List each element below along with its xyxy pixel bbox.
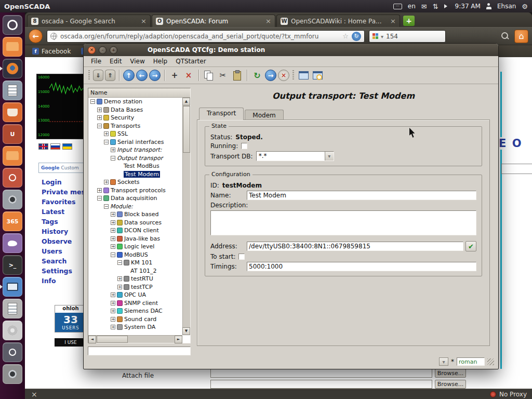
- tab-close-icon[interactable]: ×: [141, 17, 147, 25]
- dialog-title-bar[interactable]: ✕ – + OpenSCADA QTCfg: Demo station: [84, 44, 498, 56]
- tree-item-test-modbus[interactable]: Test ModBus: [88, 162, 182, 170]
- resize-grip[interactable]: [487, 358, 494, 365]
- collapse-icon[interactable]: −: [104, 140, 109, 144]
- menu-file[interactable]: File: [87, 57, 105, 66]
- gear-icon[interactable]: ⚙: [522, 3, 528, 10]
- minimize-button[interactable]: –: [99, 46, 107, 54]
- toolbar-grip[interactable]: [292, 70, 294, 81]
- tree-item-logic-level[interactable]: +Logic level: [88, 243, 182, 251]
- proxy-status-icon[interactable]: [490, 391, 496, 397]
- expand-icon[interactable]: +: [111, 244, 115, 249]
- tree-item-block-based[interactable]: +Block based: [88, 210, 182, 219]
- url-bar[interactable]: oscada.org/en/forum/reply/adaption/opens…: [47, 30, 365, 43]
- tree-item-demo-station[interactable]: −Demo station: [88, 98, 182, 106]
- maximize-button[interactable]: +: [110, 46, 117, 54]
- refresh-icon[interactable]: ↻: [251, 69, 263, 82]
- dock-item-screenshot-tool[interactable]: [3, 190, 22, 209]
- keyboard-layout[interactable]: en: [408, 3, 416, 10]
- tree-item-input-transport[interactable]: +Input transport:: [88, 146, 182, 154]
- back-button[interactable]: ←: [29, 29, 43, 43]
- dock-item-firefox[interactable]: [3, 59, 22, 78]
- expand-icon[interactable]: +: [111, 228, 115, 233]
- description-textarea[interactable]: [210, 210, 476, 235]
- copy-item-icon[interactable]: [203, 69, 215, 82]
- expand-icon[interactable]: +: [104, 131, 109, 136]
- tree-item-dcon-client[interactable]: +DCON client: [88, 227, 182, 235]
- sidebar-link-info[interactable]: Info: [42, 276, 89, 286]
- scroll-up-icon[interactable]: ▲: [182, 98, 190, 105]
- dock-item-text-editor[interactable]: [3, 81, 22, 100]
- tab-transport[interactable]: Transport: [199, 108, 244, 120]
- sync-arrows-icon[interactable]: ⇅: [433, 3, 438, 10]
- dock-item-documents-folder[interactable]: [3, 146, 22, 166]
- delete-item-icon[interactable]: ×: [182, 69, 195, 82]
- footer-combo[interactable]: [439, 357, 448, 366]
- new-tab-button[interactable]: +: [403, 16, 415, 26]
- google-custom-search[interactable]: Google Custom: [38, 163, 87, 173]
- tree-filter-input[interactable]: [88, 347, 191, 355]
- sidebar-link-users[interactable]: Users: [42, 246, 89, 256]
- browse-button-1[interactable]: Browse...: [435, 369, 466, 378]
- qtcfg-window-icon[interactable]: [297, 69, 310, 82]
- tab-close-icon[interactable]: ×: [265, 17, 271, 25]
- transport-db-combo[interactable]: *.*: [256, 151, 334, 161]
- up-level-icon[interactable]: ↑: [123, 70, 135, 81]
- tree-item-sockets[interactable]: +Sockets: [88, 178, 182, 187]
- forward-icon[interactable]: →: [149, 70, 161, 81]
- sidebar-link-favorites[interactable]: Favorites: [42, 197, 89, 207]
- expand-icon[interactable]: +: [111, 292, 115, 297]
- addon-bar-close-icon[interactable]: ×: [31, 390, 37, 398]
- expand-icon[interactable]: +: [97, 115, 102, 120]
- sidebar-link-history[interactable]: History: [42, 227, 89, 236]
- collapse-icon[interactable]: −: [97, 196, 102, 201]
- user-name[interactable]: Ehsan: [497, 3, 516, 10]
- chevron-down-icon[interactable]: [381, 33, 383, 40]
- address-input[interactable]: [247, 242, 463, 251]
- collapse-icon[interactable]: −: [117, 260, 122, 265]
- expand-icon[interactable]: +: [111, 212, 115, 217]
- flag-uk-icon[interactable]: [38, 143, 48, 150]
- browse-button-2[interactable]: Browse...: [435, 380, 466, 389]
- scroll-left-icon[interactable]: ◄: [88, 336, 96, 343]
- attach-file-input-1[interactable]: [210, 369, 432, 378]
- dock-item-terminal[interactable]: >_: [3, 255, 22, 275]
- ohloh-badge[interactable]: ohloh 33 USERS: [55, 305, 87, 332]
- dock-item-openscada-qtcfg[interactable]: [3, 277, 22, 297]
- expand-icon[interactable]: +: [111, 220, 115, 225]
- collapse-icon[interactable]: −: [90, 99, 95, 104]
- sidebar-link-login[interactable]: Login: [42, 177, 89, 187]
- dock-item-webcam[interactable]: [3, 364, 22, 384]
- tree-item-sound-card[interactable]: +Sound card: [88, 315, 182, 324]
- vision-window-icon[interactable]: [311, 69, 324, 82]
- scroll-right-icon[interactable]: ►: [175, 336, 182, 343]
- tree-item-testtcp[interactable]: +testTCP: [88, 283, 182, 291]
- tree-item-output-transpor[interactable]: −Output transpor: [88, 154, 182, 163]
- tree-item-transport-protocols[interactable]: +Transport protocols: [88, 187, 182, 195]
- keyboard-icon[interactable]: ···: [393, 4, 402, 9]
- form-field-fragment[interactable]: [501, 164, 532, 174]
- collapse-icon[interactable]: −: [97, 124, 102, 128]
- expand-icon[interactable]: +: [111, 301, 115, 305]
- apply-check-button[interactable]: ✔: [466, 241, 476, 251]
- tree-item-system-da[interactable]: +System DA: [88, 323, 182, 331]
- menu-qtstarter[interactable]: QTStarter: [171, 57, 210, 66]
- dock-item-dark-circle-app[interactable]: [3, 342, 22, 362]
- tree-item-java-like-bas[interactable]: +Java-like bas: [88, 235, 182, 243]
- attach-file-input-2[interactable]: [210, 380, 432, 389]
- search-icon[interactable]: [500, 31, 510, 42]
- scroll-down-icon[interactable]: ▼: [182, 327, 190, 335]
- save-to-db-icon[interactable]: ⇑: [105, 70, 115, 81]
- reload-icon[interactable]: ↻: [352, 32, 361, 41]
- tree-item-km-101[interactable]: −KM 101: [88, 259, 182, 267]
- scroll-thumb[interactable]: [183, 106, 190, 153]
- add-item-icon[interactable]: +: [168, 69, 181, 82]
- flag-ru-icon[interactable]: [50, 143, 60, 150]
- flag-ua-icon[interactable]: [62, 143, 72, 150]
- browser-tab-openscada-forum[interactable]: OOpenSCADA: Forum×: [152, 15, 275, 27]
- tree-header[interactable]: Name: [88, 88, 190, 98]
- menu-edit[interactable]: Edit: [105, 57, 126, 66]
- bookmark-star-icon[interactable]: ☆: [342, 32, 349, 40]
- tree-item-modbus[interactable]: −ModBUS: [88, 251, 182, 259]
- tree-item-data-bases[interactable]: +Data Bases: [88, 106, 182, 114]
- tree-item-data-acquisition[interactable]: −Data acquisition: [88, 194, 182, 203]
